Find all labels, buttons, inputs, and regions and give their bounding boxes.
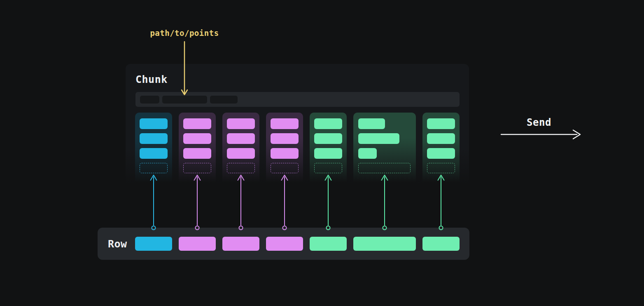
column-data-block	[271, 148, 299, 159]
row-label: Row	[108, 238, 127, 250]
row-block-cyan	[135, 237, 172, 251]
column-data-block	[271, 133, 299, 144]
row-block-green	[353, 237, 416, 251]
column-data-block	[227, 148, 255, 159]
header-pill	[210, 96, 238, 104]
column-data-block	[427, 133, 455, 144]
chunk-column-magenta	[222, 113, 259, 184]
column-empty-slot	[140, 163, 168, 173]
column-empty-slot	[271, 163, 299, 173]
column-data-block	[427, 148, 455, 159]
column-data-block	[140, 133, 168, 144]
column-data-block	[183, 133, 211, 144]
column-data-block	[140, 118, 168, 129]
row-bar: Row	[98, 228, 469, 260]
column-data-block	[358, 133, 399, 144]
header-pill	[140, 96, 159, 104]
row-block-green	[310, 237, 347, 251]
chunk-panel: Chunk	[126, 64, 469, 184]
row-block-magenta	[222, 237, 259, 251]
send-arrowhead	[573, 130, 580, 139]
column-data-block	[183, 148, 211, 159]
chunk-column-magenta	[179, 113, 216, 184]
chunk-column-green	[310, 113, 347, 184]
column-data-block	[427, 118, 455, 129]
column-data-block	[358, 118, 385, 129]
column-data-block	[140, 148, 168, 159]
annotation-path-label: path/to/points	[150, 28, 219, 38]
column-empty-slot	[183, 163, 211, 173]
chunk-column-green	[353, 113, 416, 184]
column-data-block	[271, 118, 299, 129]
column-data-block	[314, 133, 342, 144]
column-data-block	[314, 118, 342, 129]
column-empty-slot	[427, 163, 455, 173]
column-empty-slot	[314, 163, 342, 173]
chunk-title: Chunk	[135, 73, 168, 85]
row-block-magenta	[179, 237, 216, 251]
column-empty-slot	[358, 163, 411, 173]
header-pill	[162, 96, 207, 104]
send-label: Send	[527, 117, 551, 128]
row-block-magenta	[266, 237, 303, 251]
chunk-header-bar	[135, 92, 460, 107]
column-data-block	[183, 118, 211, 129]
column-data-block	[358, 148, 377, 159]
column-data-block	[227, 118, 255, 129]
chunk-column-green	[422, 113, 460, 184]
column-data-block	[227, 133, 255, 144]
diagram-stage: path/to/points Chunk Row Send	[0, 0, 644, 306]
column-data-block	[314, 148, 342, 159]
chunk-column-cyan	[135, 113, 172, 184]
column-empty-slot	[227, 163, 255, 173]
row-block-green	[422, 237, 460, 251]
chunk-column-magenta	[266, 113, 303, 184]
